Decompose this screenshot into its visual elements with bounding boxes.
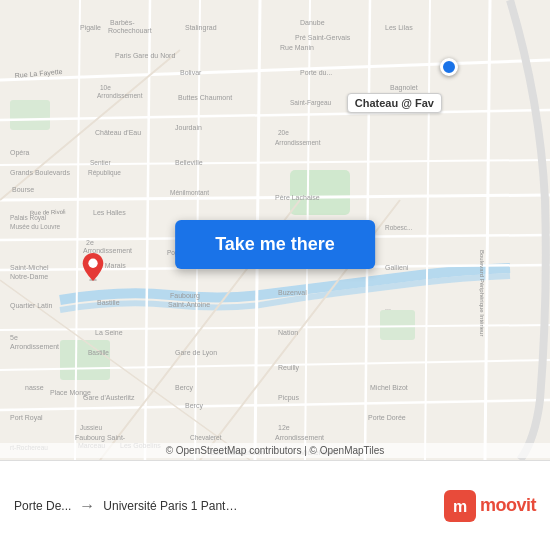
- moovit-text: moovit: [480, 495, 536, 516]
- svg-text:Saint-Fargeau: Saint-Fargeau: [290, 99, 332, 107]
- svg-text:Bercy: Bercy: [185, 402, 203, 410]
- svg-text:Rochechouart: Rochechouart: [108, 27, 152, 34]
- svg-point-102: [88, 259, 97, 268]
- take-me-there-button[interactable]: Take me there: [175, 220, 375, 269]
- route-arrow-icon: →: [79, 497, 95, 515]
- svg-text:2e: 2e: [86, 239, 94, 246]
- svg-text:Port Royal: Port Royal: [10, 414, 43, 422]
- svg-text:Faubourg Saint-: Faubourg Saint-: [75, 434, 126, 442]
- svg-text:Les Halles: Les Halles: [93, 209, 126, 216]
- svg-text:Chevaleret: Chevaleret: [190, 434, 222, 441]
- svg-text:Pigalle: Pigalle: [80, 24, 101, 32]
- svg-text:Arrondissement: Arrondissement: [275, 434, 324, 441]
- svg-text:Faubourg: Faubourg: [170, 292, 200, 300]
- svg-rect-4: [380, 310, 415, 340]
- svg-text:Michel Bizot: Michel Bizot: [370, 384, 408, 391]
- svg-text:Danube: Danube: [300, 19, 325, 26]
- svg-text:Buttes Chaumont: Buttes Chaumont: [178, 94, 232, 101]
- svg-text:Opéra: Opéra: [10, 149, 30, 157]
- svg-text:République: République: [88, 169, 121, 177]
- svg-text:Nation: Nation: [278, 329, 298, 336]
- svg-text:La Seine: La Seine: [95, 329, 123, 336]
- fav-label: Chateau @ Fav: [347, 93, 442, 113]
- route-from: Porte De...: [14, 499, 71, 513]
- bottom-bar: Porte De... → Université Paris 1 Panthéo…: [0, 460, 550, 550]
- svg-text:Saint-Michel: Saint-Michel: [10, 264, 49, 271]
- favorite-marker: [440, 58, 458, 76]
- svg-text:5e: 5e: [10, 334, 18, 341]
- moovit-logo: m moovit: [444, 490, 536, 522]
- route-to: Université Paris 1 Panthéon Sorbonne ...: [103, 499, 243, 513]
- svg-text:Bastille: Bastille: [88, 349, 109, 356]
- svg-text:Bagnolet: Bagnolet: [390, 84, 418, 92]
- svg-text:Musée du Louvre: Musée du Louvre: [10, 223, 61, 230]
- svg-text:Porte Dorée: Porte Dorée: [368, 414, 406, 421]
- svg-text:Notre-Dame: Notre-Dame: [10, 273, 48, 280]
- svg-text:Gare de Lyon: Gare de Lyon: [175, 349, 217, 357]
- svg-text:Place Monge: Place Monge: [50, 389, 91, 397]
- svg-text:Quartier Latin: Quartier Latin: [10, 302, 53, 310]
- svg-text:Stalingrad: Stalingrad: [185, 24, 217, 32]
- svg-text:Boulevard Périphérique Intérie: Boulevard Périphérique Intérieur: [479, 250, 485, 336]
- svg-text:Jourdain: Jourdain: [175, 124, 202, 131]
- svg-text:Bourse: Bourse: [12, 186, 34, 193]
- svg-text:m: m: [453, 498, 467, 515]
- svg-text:Gallieni: Gallieni: [385, 264, 409, 271]
- svg-text:Arrondissement: Arrondissement: [275, 139, 321, 146]
- svg-text:Rue Manin: Rue Manin: [280, 44, 314, 51]
- svg-text:Bercy: Bercy: [175, 384, 193, 392]
- svg-text:Arrondissement: Arrondissement: [97, 92, 143, 99]
- svg-text:Père Lachaise: Père Lachaise: [275, 194, 320, 201]
- svg-rect-1: [290, 170, 350, 215]
- svg-text:Château d'Eau: Château d'Eau: [95, 129, 141, 136]
- svg-text:Ménilmontant: Ménilmontant: [170, 189, 209, 196]
- svg-text:Jussieu: Jussieu: [80, 424, 102, 431]
- svg-text:Picpus: Picpus: [278, 394, 300, 402]
- svg-text:Bolivar: Bolivar: [180, 69, 202, 76]
- svg-text:10e: 10e: [100, 84, 111, 91]
- svg-text:...: ...: [385, 304, 391, 311]
- svg-text:Belleville: Belleville: [175, 159, 203, 166]
- svg-text:Arrondissement: Arrondissement: [10, 343, 59, 350]
- svg-text:Grands Boulevards: Grands Boulevards: [10, 169, 70, 176]
- svg-text:Bastille: Bastille: [97, 299, 120, 306]
- svg-text:Sentier: Sentier: [90, 159, 111, 166]
- svg-text:Reuilly: Reuilly: [278, 364, 300, 372]
- svg-text:Barbès-: Barbès-: [110, 19, 135, 26]
- route-info: Porte De... → Université Paris 1 Panthéo…: [14, 497, 444, 515]
- destination-marker: [82, 253, 104, 285]
- svg-text:Paris Gare du Nord: Paris Gare du Nord: [115, 52, 175, 59]
- svg-rect-3: [60, 340, 110, 380]
- svg-text:12e: 12e: [278, 424, 290, 431]
- svg-text:Robesc...: Robesc...: [385, 224, 413, 231]
- svg-text:Pré Saint-Gervais: Pré Saint-Gervais: [295, 34, 351, 41]
- svg-text:Saint-Antoine: Saint-Antoine: [168, 301, 210, 308]
- svg-text:Palais Royal: Palais Royal: [10, 214, 47, 222]
- moovit-icon: m: [444, 490, 476, 522]
- svg-rect-2: [10, 100, 50, 130]
- svg-text:nasse: nasse: [25, 384, 44, 391]
- svg-text:Porte du...: Porte du...: [300, 69, 332, 76]
- svg-text:Buzenval: Buzenval: [278, 289, 307, 296]
- map-container: Rue La Fayette Rue de Rivoli Boulevard P…: [0, 0, 550, 460]
- svg-text:Les Lilas: Les Lilas: [385, 24, 413, 31]
- map-attribution: © OpenStreetMap contributors | © OpenMap…: [0, 443, 550, 458]
- svg-text:20e: 20e: [278, 129, 289, 136]
